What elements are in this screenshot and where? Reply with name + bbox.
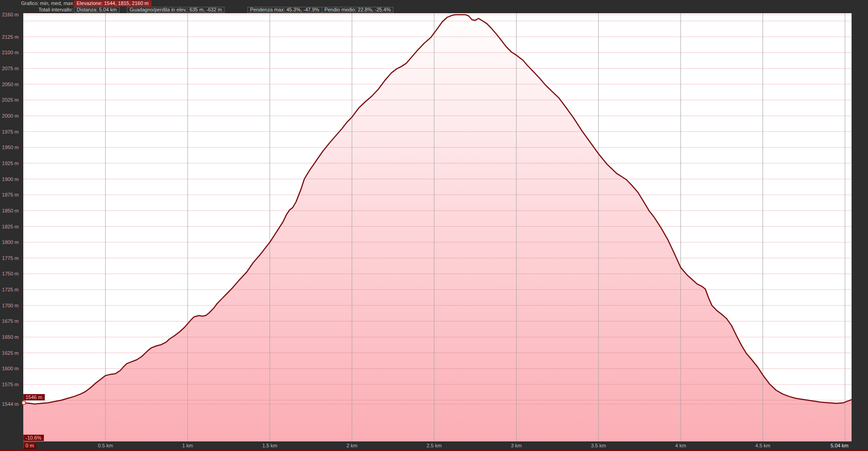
elevation-chart[interactable]: [0, 0, 868, 451]
y-axis-label: 1700 m: [0, 303, 19, 308]
x-axis-label: 4.5 km: [755, 443, 770, 449]
y-axis-label: 1800 m: [0, 239, 19, 245]
end-slope-badge: -10.6%: [23, 435, 44, 441]
y-axis-label: 2075 m: [0, 66, 19, 71]
y-axis-label: 2160 m: [0, 12, 19, 17]
start-elevation-badge: 1546 m: [23, 394, 45, 400]
x-axis-label: 2.5 km: [427, 443, 442, 449]
y-axis-label: 1875 m: [0, 192, 19, 197]
y-axis-label: 2125 m: [0, 34, 19, 40]
y-axis-label: 1650 m: [0, 334, 19, 340]
y-axis-label: 1544 m: [0, 401, 19, 407]
y-axis-label: 1600 m: [0, 366, 19, 371]
x-axis-label: 3 km: [511, 443, 522, 449]
y-axis-label: 1625 m: [0, 350, 19, 356]
x-axis-label: 4 km: [675, 443, 686, 449]
start-distance-badge: 0 m: [23, 442, 36, 449]
x-axis-label-end: 5.04 km: [831, 443, 848, 449]
y-axis-label: 1725 m: [0, 287, 19, 292]
start-marker: [22, 401, 26, 404]
y-axis-label: 2000 m: [0, 113, 19, 119]
y-axis-label: 1925 m: [0, 161, 19, 166]
x-axis-label: 1 km: [182, 443, 193, 449]
x-axis-label: 2 km: [346, 443, 357, 449]
y-axis-label: 2025 m: [0, 97, 19, 103]
elevation-profile-app: Grafico: min, med, max Elevazione: 1544,…: [0, 0, 868, 451]
y-axis-label: 1575 m: [0, 382, 19, 387]
x-axis-label: 0.5 km: [98, 443, 113, 449]
y-axis-label: 1950 m: [0, 145, 19, 150]
y-axis-label: 1675 m: [0, 318, 19, 324]
y-axis-label: 1775 m: [0, 255, 19, 261]
y-axis-label: 2050 m: [0, 82, 19, 87]
x-axis-label: 1.5 km: [262, 443, 277, 449]
y-axis-label: 1900 m: [0, 176, 19, 182]
x-axis-label: 3.5 km: [591, 443, 606, 449]
y-axis-label: 1850 m: [0, 208, 19, 213]
y-axis-label: 1975 m: [0, 129, 19, 135]
y-axis-label: 1825 m: [0, 224, 19, 229]
y-axis-label: 2100 m: [0, 50, 19, 55]
y-axis-label: 1750 m: [0, 271, 19, 276]
